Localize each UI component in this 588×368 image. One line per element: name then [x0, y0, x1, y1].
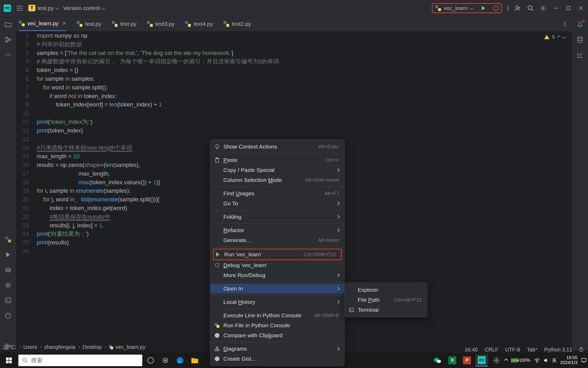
context-menu-item[interactable]: More Run/Debug — [210, 270, 344, 280]
menu-label: Find Usages — [223, 190, 322, 197]
submenu-item[interactable]: Terminal — [345, 305, 427, 315]
maximize-button[interactable] — [565, 5, 572, 12]
project-selector[interactable]: T test.py — [28, 5, 59, 11]
code-with-me-icon[interactable] — [514, 5, 521, 12]
search-icon[interactable] — [527, 5, 534, 12]
breadcrumb-segment[interactable]: Users — [23, 344, 37, 350]
status-line-ending[interactable]: CRLF — [485, 347, 498, 353]
powerpoint-app[interactable]: P — [461, 354, 473, 366]
shortcut: Alt+F7 — [325, 191, 339, 196]
context-menu-item[interactable]: PasteCtrl+V — [210, 155, 344, 165]
pycharm-logo-icon[interactable]: PC — [4, 4, 11, 12]
chevron-right-icon — [78, 346, 80, 349]
run-button[interactable] — [482, 6, 485, 11]
breadcrumb-segment[interactable]: vec_learn.py — [116, 344, 145, 350]
status-encoding[interactable]: UTF-8 — [505, 347, 520, 353]
wechat-app[interactable] — [431, 354, 444, 366]
breadcrumb-segment[interactable]: C: — [11, 344, 16, 350]
settings-icon[interactable] — [540, 5, 547, 12]
context-menu-item[interactable]: Show Context ActionsAlt+Enter — [210, 142, 344, 152]
database-tool-icon[interactable] — [576, 36, 584, 44]
context-menu-item[interactable]: Compare with Clipboard — [210, 330, 344, 340]
svg-rect-24 — [580, 349, 583, 351]
main-menu-button[interactable] — [16, 4, 24, 12]
editor-tab[interactable]: text4.py — [185, 17, 213, 31]
breadcrumb-segment[interactable]: Desktop — [82, 344, 102, 350]
start-button[interactable] — [2, 354, 16, 366]
shortcut: Ctrl+Shift+F10 — [304, 252, 336, 257]
more-actions-button[interactable] — [508, 6, 509, 11]
editor-tab[interactable]: text2.py — [223, 17, 251, 31]
structure-tool-icon[interactable] — [4, 36, 12, 44]
excel-app[interactable]: X — [446, 354, 459, 366]
navigation-bar[interactable]: C:UserszhangfengxiaDesktopvec_learn.py — [4, 344, 145, 350]
editor-tab[interactable]: vec_learn.py✕ — [19, 17, 66, 31]
clock[interactable]: 16:552024/1/3 — [560, 355, 578, 365]
explorer-app[interactable] — [188, 354, 201, 366]
pycharm-app[interactable]: PC — [475, 354, 488, 366]
system-tray[interactable]: 100% 英 16:552024/1/3 — [505, 355, 586, 365]
problems-tool-icon[interactable] — [4, 312, 12, 320]
tray-expand-icon[interactable] — [504, 359, 508, 362]
sciview-icon[interactable] — [576, 51, 584, 59]
context-menu-item[interactable]: Debug 'vec_learn' — [210, 260, 344, 270]
status-indent[interactable]: Tab* — [527, 347, 537, 353]
status-interpreter[interactable]: Python 3.11 — [544, 347, 572, 353]
editor-tab[interactable]: test.py — [77, 17, 101, 31]
edge-app[interactable] — [174, 354, 186, 366]
svg-rect-10 — [6, 298, 11, 303]
context-menu-item[interactable]: Open In — [210, 284, 344, 294]
editor-tab[interactable]: text3.py — [147, 17, 175, 31]
svg-rect-6 — [9, 39, 11, 40]
tab-label: test.py — [85, 21, 101, 27]
settings-app[interactable] — [490, 354, 503, 366]
more-tool-icon[interactable] — [4, 51, 12, 59]
python-console-icon[interactable] — [4, 236, 12, 243]
run-tool-icon[interactable] — [4, 251, 12, 259]
cortana-button[interactable] — [159, 354, 172, 366]
context-menu-item[interactable]: Run File in Python Console — [210, 320, 344, 330]
context-menu-item[interactable]: Folding — [210, 212, 344, 222]
close-button[interactable] — [578, 5, 584, 12]
task-view-button[interactable] — [144, 354, 157, 366]
context-menu-item[interactable]: Find UsagesAlt+F7 — [210, 188, 344, 198]
context-menu-item[interactable]: Run 'vec_learn'Ctrl+Shift+F10 — [214, 249, 341, 259]
context-menu-item[interactable]: Generate…Alt+Insert — [210, 235, 344, 245]
submenu-item[interactable]: Explorer — [345, 285, 427, 295]
editor-tab[interactable]: text.py — [112, 17, 136, 31]
readonly-lock-icon[interactable] — [579, 347, 583, 353]
ime-indicator[interactable]: 英 — [552, 357, 556, 364]
wifi-icon[interactable] — [534, 358, 540, 363]
close-tab-icon[interactable]: ✕ — [62, 21, 66, 26]
battery-icon[interactable] — [511, 359, 518, 362]
context-menu-item[interactable]: Create Gist… — [210, 354, 344, 364]
svg-point-33 — [537, 362, 537, 363]
volume-icon[interactable] — [544, 358, 548, 363]
minimize-button[interactable] — [552, 5, 559, 12]
status-time[interactable]: 16:40 — [465, 347, 478, 353]
services-tool-icon[interactable] — [4, 281, 12, 289]
taskbar-search[interactable]: 搜索 — [18, 355, 142, 366]
python-packages-icon[interactable] — [4, 266, 12, 274]
tabs-more-icon[interactable] — [564, 22, 565, 26]
project-tool-icon[interactable] — [4, 21, 12, 28]
breadcrumb-segment[interactable]: zhangfengxia — [44, 344, 75, 350]
debug-button[interactable] — [493, 6, 498, 11]
context-menu-item[interactable]: Go To — [210, 198, 344, 208]
shortcut: Ctrl+V — [325, 157, 339, 163]
submenu-item[interactable]: File PathCtrl+Alt+F12 — [345, 295, 427, 305]
context-menu-item[interactable]: Refactor — [210, 225, 344, 235]
context-menu-item[interactable]: Local History — [210, 297, 344, 307]
context-menu-item[interactable]: Execute Line in Python ConsoleAlt+Shift+… — [210, 310, 344, 320]
terminal-tool-icon[interactable] — [4, 297, 12, 304]
notification-center-icon[interactable] — [581, 358, 586, 363]
context-menu-item[interactable]: Copy / Paste Special — [210, 165, 344, 175]
vcs-widget[interactable]: Version control — [63, 5, 104, 11]
context-menu-item[interactable]: Column Selection ModeAlt+Shift+Insert — [210, 175, 344, 185]
chevron-right-icon — [19, 346, 21, 349]
context-menu-item[interactable]: Diagrams — [210, 344, 344, 354]
menu-label: Paste — [223, 157, 322, 163]
notifications-icon[interactable] — [576, 21, 584, 28]
run-config-widget[interactable]: vec_learn — [432, 3, 502, 13]
svg-point-29 — [177, 357, 183, 364]
